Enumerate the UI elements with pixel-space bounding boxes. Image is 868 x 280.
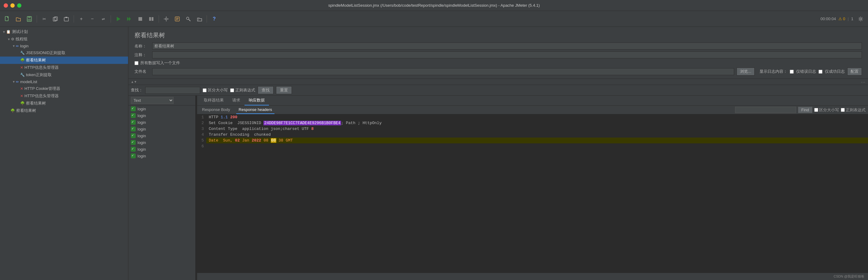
tab-response[interactable]: 响应数据: [245, 96, 269, 105]
search-reset-button[interactable]: 重置: [276, 86, 292, 94]
result-entry-3[interactable]: login: [128, 119, 195, 126]
sidebar-item-modellist[interactable]: ▼ ✏ modelList: [0, 79, 128, 85]
sidebar-item-result-tree-3[interactable]: ▶ 🌳 察看结果树: [0, 107, 128, 114]
paste-button[interactable]: [61, 14, 71, 24]
browse-button[interactable]: 浏览...: [737, 67, 754, 75]
svg-rect-12: [149, 17, 151, 21]
result-entry-1[interactable]: login: [128, 105, 195, 112]
config-button[interactable]: 配置: [847, 67, 862, 75]
result-entry-2[interactable]: login: [128, 112, 195, 119]
find-regex-label: 正则表达式: [846, 107, 866, 113]
stop-all-button[interactable]: [146, 14, 156, 24]
filename-input[interactable]: [152, 68, 734, 75]
only-error-checkbox[interactable]: [790, 70, 794, 74]
sidebar-item-result-tree-1[interactable]: ▶ 🌳 察看结果树: [0, 57, 128, 64]
settings-button[interactable]: [161, 14, 171, 24]
regex-checkbox[interactable]: [230, 88, 234, 92]
minimize-button[interactable]: [10, 3, 15, 8]
name-label: 名称：: [134, 43, 150, 49]
http-header-mgr-2-icon: ✕: [20, 94, 23, 98]
run-button[interactable]: [114, 14, 123, 24]
sidebar-item-cookie-mgr[interactable]: ▶ ✕ HTTP Cookie管理器: [0, 85, 128, 92]
sidebar-item-http-header-mgr-2[interactable]: ▶ ✕ HTTP信息头管理器: [0, 92, 128, 100]
save-button[interactable]: [25, 14, 34, 24]
cut-button[interactable]: ✂: [39, 14, 49, 24]
help-button[interactable]: ?: [209, 14, 219, 24]
response-tab-body[interactable]: Response Body: [199, 106, 232, 114]
filename-row: 文件名 浏览... 显示日志内容： 仅错误日志 仅成功日志 配置: [134, 67, 862, 75]
code-area[interactable]: 1 HTTP 1.1 200 2 Set Cookie JSESSIONID 2…: [197, 114, 868, 273]
response-tab-headers[interactable]: Response headers: [236, 106, 275, 114]
search-label: 查找：: [131, 87, 143, 93]
sidebar-item-login[interactable]: ▼ ✏ login: [0, 43, 128, 49]
sidebar: ▼ 📋 测试计划 ▼ ⚙ 线程组 ▼ ✏ login ▶ 🔧 JSESSIONI…: [0, 27, 128, 280]
sidebar-item-result-tree-2[interactable]: ▶ 🌳 察看结果树: [0, 100, 128, 107]
code-line-2: 2 Set Cookie JSESSIONID 24DDE98F7E1CC7FA…: [197, 120, 868, 126]
three-dots-top[interactable]: ···: [861, 80, 866, 84]
sidebar-label-http-header-mgr: HTTP信息头管理器: [25, 65, 59, 70]
find-button[interactable]: Find: [798, 107, 812, 113]
only-success-checkbox[interactable]: [818, 70, 823, 74]
copy-button[interactable]: [51, 14, 60, 24]
result-tree-2-icon: 🌳: [20, 101, 25, 105]
find-input[interactable]: [735, 107, 796, 113]
remove-button[interactable]: −: [87, 14, 97, 24]
script-button[interactable]: [173, 14, 182, 24]
tab-sampler[interactable]: 取样器结果: [199, 96, 228, 105]
comment-label: 注释：: [134, 52, 150, 58]
line-num-4: 4: [197, 132, 206, 137]
search-input[interactable]: [145, 87, 200, 94]
find-regex-row: 正则表达式: [841, 107, 866, 113]
total-count: 1: [851, 17, 853, 21]
add-button[interactable]: +: [76, 14, 86, 24]
token-icon: 🔧: [20, 73, 25, 77]
result-entry-6[interactable]: login: [128, 139, 195, 146]
search-find-button[interactable]: 查找: [258, 86, 274, 94]
svg-marker-10: [129, 17, 131, 21]
result-label-6: login: [137, 140, 146, 145]
sidebar-label-http-header-mgr-2: HTTP信息头管理器: [25, 93, 59, 99]
svg-point-14: [165, 18, 167, 20]
sidebar-item-token[interactable]: ▶ 🔧 token正则提取: [0, 71, 128, 79]
prefs-button[interactable]: [856, 14, 866, 24]
result-entry-5[interactable]: login: [128, 132, 195, 139]
green-shield-3: [131, 120, 136, 125]
browse-toolbar-button[interactable]: [194, 14, 204, 24]
all-data-row: 所有数据写入一个文件: [134, 60, 862, 66]
result-entry-7[interactable]: login: [128, 146, 195, 153]
run-all-button[interactable]: [124, 14, 134, 24]
open-button[interactable]: [13, 14, 23, 24]
expand-button[interactable]: ⇌: [98, 14, 108, 24]
analyze-button[interactable]: [183, 14, 193, 24]
sidebar-item-http-header-mgr[interactable]: ▶ ✕ HTTP信息头管理器: [0, 64, 128, 71]
separator-4: [159, 15, 159, 23]
stop-button[interactable]: [135, 14, 145, 24]
find-case-row: 区分大小写: [814, 107, 839, 113]
result-label-3: login: [137, 120, 146, 125]
comment-input[interactable]: [152, 51, 862, 58]
new-button[interactable]: [2, 14, 12, 24]
collapse-arrows-top[interactable]: ▲▼: [131, 80, 137, 84]
close-button[interactable]: [4, 3, 8, 8]
svg-line-17: [189, 19, 190, 21]
name-input[interactable]: [152, 42, 862, 50]
code-line-6: 6: [197, 143, 868, 149]
sidebar-item-jsessionid[interactable]: ▶ 🔧 JSESSIONID正则提取: [0, 49, 128, 57]
svg-marker-9: [127, 17, 129, 21]
file-label: 文件名: [134, 69, 150, 74]
result-entry-8[interactable]: login: [128, 153, 195, 159]
svg-point-16: [186, 17, 189, 20]
format-selector: Text RegExp Tester CSS/JQuery JSON Path …: [128, 96, 195, 105]
collapse-bar-top: ▲▼ ···: [128, 79, 868, 85]
maximize-button[interactable]: [17, 3, 21, 8]
find-regex-checkbox[interactable]: [841, 108, 845, 112]
format-select[interactable]: Text RegExp Tester CSS/JQuery JSON Path …: [131, 97, 174, 104]
sidebar-item-thread-group[interactable]: ▼ ⚙ 线程组: [0, 35, 128, 43]
all-data-checkbox[interactable]: [134, 61, 138, 65]
sidebar-item-test-plan[interactable]: ▼ 📋 测试计划: [0, 28, 128, 35]
find-case-checkbox[interactable]: [814, 108, 818, 112]
test-plan-icon: 📋: [6, 30, 11, 34]
result-entry-4[interactable]: login: [128, 126, 195, 132]
tab-request[interactable]: 请求: [228, 96, 245, 105]
case-sensitive-checkbox[interactable]: [203, 88, 207, 92]
